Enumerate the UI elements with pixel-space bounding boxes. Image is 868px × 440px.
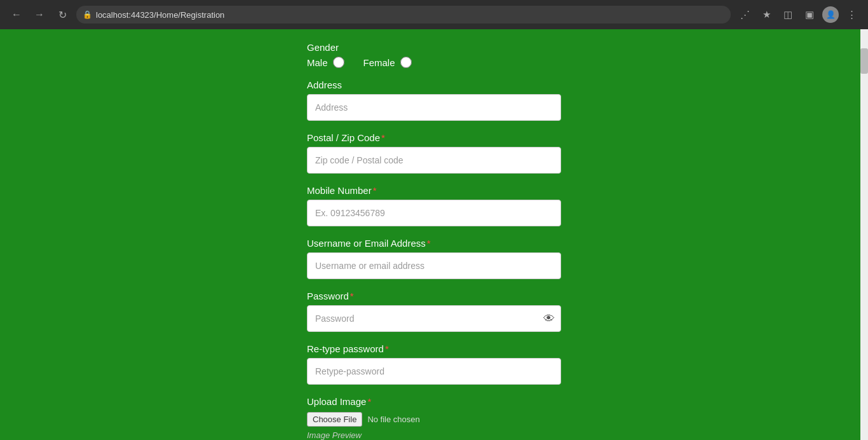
gender-options: Male Female [307,57,561,68]
postal-field-group: Postal / Zip Code* [307,132,561,174]
file-input-row: Choose File No file chosen [307,412,561,427]
choose-file-button[interactable]: Choose File [307,412,362,427]
image-preview-text: Image Preview [307,430,561,440]
username-input[interactable] [307,252,561,279]
upload-section: Upload Image* Choose File No file chosen… [307,396,561,440]
browser-actions: ⋰ ★ ◫ ▣ 👤 ⋮ [736,6,860,24]
retype-input[interactable] [307,358,561,385]
bookmark-icon[interactable]: ★ [757,6,775,24]
gender-female-label: Female [363,57,395,68]
upload-label: Upload Image* [307,396,561,407]
upload-required-star: * [367,396,371,407]
username-label: Username or Email Address* [307,238,561,249]
password-input[interactable] [307,305,561,332]
back-button[interactable]: ← [8,6,25,24]
scrollbar-thumb[interactable] [860,48,868,74]
gender-female-radio[interactable] [400,57,412,68]
gender-field-group: Gender Male Female [307,42,561,68]
share-icon[interactable]: ⋰ [736,6,754,24]
mobile-input[interactable] [307,200,561,226]
mobile-field-group: Mobile Number* [307,185,561,226]
url-text: localhost:44323/Home/Registration [96,10,224,20]
menu-icon[interactable]: ⋮ [843,6,860,24]
page-content: Gender Male Female Address Postal / Zip … [0,29,868,440]
browser-chrome: ← → ↻ 🔒 localhost:44323/Home/Registratio… [0,0,868,29]
username-field-group: Username or Email Address* [307,238,561,279]
retype-label: Re-type password* [307,343,561,354]
retype-required-star: * [385,343,389,354]
profile-avatar[interactable]: 👤 [822,6,839,23]
password-label: Password* [307,291,561,301]
extensions-icon[interactable]: ◫ [779,6,797,24]
gender-female-option[interactable]: Female [363,57,412,68]
password-field-group: Password* 👁 [307,291,561,332]
tab-icon[interactable]: ▣ [801,6,818,24]
postal-required-star: * [381,132,385,143]
address-bar[interactable]: 🔒 localhost:44323/Home/Registration [76,6,731,24]
reload-button[interactable]: ↻ [53,6,71,24]
mobile-required-star: * [373,185,377,196]
password-wrapper: 👁 [307,305,561,332]
scrollbar-track[interactable] [860,29,868,440]
gender-label: Gender [307,42,561,53]
postal-label: Postal / Zip Code* [307,132,561,143]
gender-male-radio[interactable] [333,57,344,68]
postal-input[interactable] [307,147,561,174]
username-required-star: * [427,238,431,249]
registration-form: Gender Male Female Address Postal / Zip … [288,29,580,440]
toggle-password-button[interactable]: 👁 [543,312,555,326]
address-field-group: Address [307,79,561,121]
mobile-label: Mobile Number* [307,185,561,196]
forward-button[interactable]: → [31,6,48,24]
lock-icon: 🔒 [83,10,92,19]
no-file-text: No file chosen [367,415,419,424]
address-label: Address [307,79,561,90]
gender-male-label: Male [307,57,328,68]
gender-male-option[interactable]: Male [307,57,344,68]
password-required-star: * [350,291,354,301]
address-input[interactable] [307,94,561,121]
retype-field-group: Re-type password* [307,343,561,385]
